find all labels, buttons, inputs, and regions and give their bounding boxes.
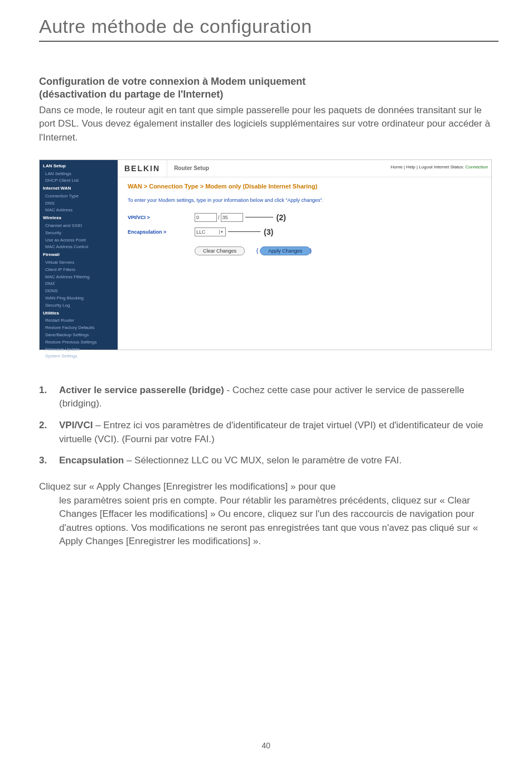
chevron-down-icon: ▾ — [219, 230, 224, 234]
sidebar-item[interactable]: Virtual Servers — [40, 259, 118, 267]
input-vpi[interactable]: 0 — [195, 213, 217, 222]
internet-status-value: Connection — [466, 164, 488, 170]
toolbar-links[interactable]: Home | Help | Logout Internet Status: — [391, 164, 466, 170]
label-vpivci: VPI/VCI > — [128, 215, 195, 220]
input-vci[interactable]: 35 — [221, 213, 243, 222]
section-heading: Configuration de votre connexion à Modem… — [39, 75, 499, 101]
sidebar-item[interactable]: Save/Backup Settings — [40, 332, 118, 339]
leader-line — [245, 217, 273, 217]
sidebar-group-head: LAN Setup — [40, 162, 118, 171]
sidebar-item[interactable]: System Settings — [40, 353, 118, 360]
toolbar-title: Router Setup — [167, 165, 209, 171]
closing-paragraph: Cliquez sur « Apply Changes [Enregistrer… — [39, 480, 493, 549]
list-lead: Activer le service passerelle (bridge) — [59, 385, 224, 395]
sidebar-item[interactable]: Security — [40, 230, 118, 237]
toolbar-status: Home | Help | Logout Internet Status: Co… — [391, 164, 489, 170]
vpivci-separator: / — [218, 215, 220, 220]
section-heading-line1: Configuration de votre connexion à Modem… — [39, 76, 306, 87]
router-screenshot: LAN SetupLAN SettingsDHCP Client ListInt… — [39, 159, 492, 350]
sidebar-item[interactable]: Restore Factory Defaults — [40, 325, 118, 332]
sidebar-item[interactable]: DMZ — [40, 280, 118, 288]
section-heading-line2: (désactivation du partage de l'Internet) — [39, 89, 223, 100]
apply-changes-button[interactable]: Apply Changes — [260, 246, 311, 255]
list-number: 2. — [39, 419, 59, 446]
sidebar-group-head: Utilities — [40, 309, 118, 318]
sidebar-item[interactable]: Channel and SSID — [40, 222, 118, 230]
router-content: WAN > Connection Type > Modem only (Disa… — [118, 177, 491, 261]
sidebar-item[interactable]: DNS — [40, 200, 118, 207]
sidebar-group-head: Internet WAN — [40, 185, 118, 193]
sidebar-item[interactable]: Restart Router — [40, 317, 118, 325]
intro-paragraph: Dans ce mode, le routeur agit en tant qu… — [39, 104, 499, 145]
row-vpivci: VPI/VCI > 0 / 35 (2) — [128, 213, 481, 222]
list-text: Encapsulation – Sélectionnez LLC ou VC M… — [59, 454, 493, 468]
list-item: 2.VPI/VCI – Entrez ici vos paramètres de… — [39, 419, 493, 446]
router-main: BELKIN Router Setup Home | Help | Logout… — [118, 160, 491, 350]
label-encapsulation: Encapsulation > — [128, 229, 195, 235]
sidebar-item[interactable]: Security Log — [40, 302, 118, 309]
title-rule — [39, 41, 499, 42]
sidebar-item[interactable]: MAC Address Filtering — [40, 274, 118, 281]
sidebar-group-head: Firewall — [40, 251, 118, 259]
sidebar-item[interactable]: DDNS — [40, 288, 118, 295]
list-text: Activer le service passerelle (bridge) -… — [59, 384, 493, 411]
annotation-2: (2) — [277, 213, 286, 222]
sidebar-item[interactable]: WAN Ping Blocking — [40, 295, 118, 302]
list-text: VPI/VCI – Entrez ici vos paramètres de d… — [59, 419, 493, 446]
list-number: 3. — [39, 454, 59, 468]
sidebar-item[interactable]: MAC Address Control — [40, 244, 118, 251]
button-row: Clear Changes ⟨ Apply Changes ⟩ — [128, 246, 481, 255]
page-number: 40 — [0, 741, 532, 750]
sidebar-item[interactable]: Firmware Update — [40, 346, 118, 354]
list-lead: VPI/VCI — [59, 420, 93, 430]
annotation-3: (3) — [264, 227, 273, 236]
select-encapsulation-value: LLC — [196, 229, 206, 235]
leader-line — [228, 231, 260, 232]
arrow-right-icon: ⟩ — [309, 247, 312, 255]
arrow-left-icon: ⟨ — [256, 247, 259, 255]
sidebar-item[interactable]: Client IP Filters — [40, 267, 118, 274]
numbered-list: 1.Activer le service passerelle (bridge)… — [39, 384, 499, 468]
sidebar-item[interactable]: Restore Previous Settings — [40, 339, 118, 346]
row-encapsulation: Encapsulation > LLC ▾ (3) — [128, 227, 481, 236]
router-sidebar: LAN SetupLAN SettingsDHCP Client ListInt… — [40, 160, 118, 350]
sidebar-item[interactable]: MAC Address — [40, 207, 118, 214]
closing-rest: les paramètres soient pris en compte. Po… — [39, 494, 493, 549]
sidebar-group-head: Wireless — [40, 214, 118, 222]
sidebar-item[interactable]: Connection Type — [40, 193, 118, 200]
sidebar-item[interactable]: DHCP Client List — [40, 177, 118, 185]
router-toolbar: BELKIN Router Setup Home | Help | Logout… — [118, 160, 491, 177]
closing-first-line: Cliquez sur « Apply Changes [Enregistrer… — [39, 481, 336, 492]
list-lead: Encapsulation — [59, 455, 127, 466]
select-encapsulation[interactable]: LLC ▾ — [195, 227, 226, 236]
sidebar-item[interactable]: Use as Access Point — [40, 237, 118, 244]
brand-logo: BELKIN — [118, 160, 167, 177]
content-title: WAN > Connection Type > Modem only (Disa… — [128, 183, 481, 190]
page-title: Autre méthode de configuration — [39, 16, 499, 37]
content-hint: To enter your Modem settings, type in yo… — [128, 197, 481, 203]
list-item: 1.Activer le service passerelle (bridge)… — [39, 384, 493, 411]
sidebar-item[interactable]: LAN Settings — [40, 171, 118, 178]
list-number: 1. — [39, 384, 59, 411]
clear-changes-button[interactable]: Clear Changes — [195, 246, 245, 255]
list-item: 3.Encapsulation – Sélectionnez LLC ou VC… — [39, 454, 493, 468]
